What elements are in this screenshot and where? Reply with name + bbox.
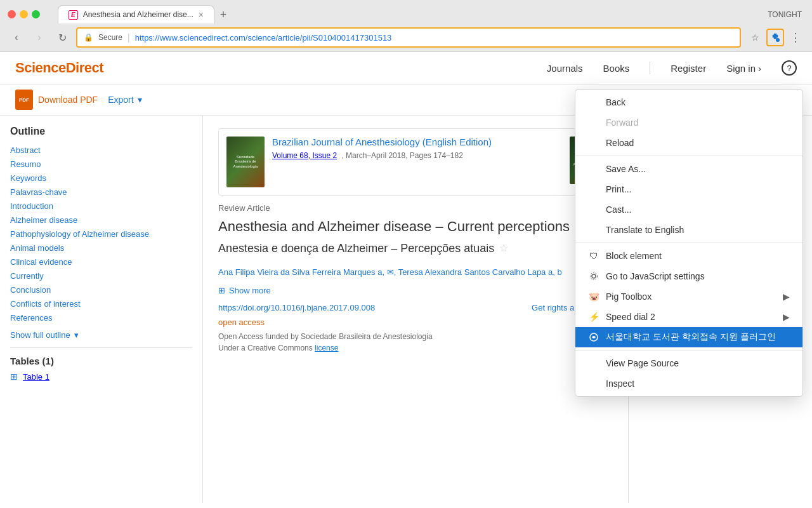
svg-point-1 bbox=[592, 274, 596, 278]
gear-icon bbox=[588, 271, 599, 282]
snu-icon bbox=[588, 331, 599, 343]
context-menu-print[interactable]: Print... bbox=[575, 179, 802, 199]
context-menu-snu-plugin[interactable]: 서울대학교 도서관 학외접속 지원 플러그인 bbox=[575, 327, 802, 347]
pig-icon: 🐷 bbox=[588, 291, 599, 302]
context-menu-forward: Forward bbox=[575, 112, 802, 133]
context-menu-view-source[interactable]: View Page Source bbox=[575, 353, 802, 373]
context-menu-save-as[interactable]: Save As... bbox=[575, 159, 802, 179]
context-menu-back[interactable]: Back bbox=[575, 92, 802, 112]
context-menu-inspect[interactable]: Inspect bbox=[575, 373, 802, 394]
bolt-icon: ⚡ bbox=[588, 311, 599, 323]
context-menu-reload[interactable]: Reload bbox=[575, 133, 802, 153]
context-menu-block-element[interactable]: 🛡 Block element bbox=[575, 246, 802, 266]
submenu-arrow-pig: ▶ bbox=[783, 291, 790, 302]
inspect-icon bbox=[588, 378, 599, 389]
context-menu-overlay: Back Forward Reload Save As... Print... … bbox=[0, 0, 812, 508]
back-icon bbox=[588, 97, 599, 108]
shield-icon: 🛡 bbox=[588, 250, 599, 262]
save-icon bbox=[588, 163, 599, 175]
context-menu-translate[interactable]: Translate to English bbox=[575, 220, 802, 240]
svg-point-2 bbox=[591, 273, 598, 280]
context-menu-speed-dial[interactable]: ⚡ Speed dial 2 ▶ bbox=[575, 307, 802, 327]
context-menu: Back Forward Reload Save As... Print... … bbox=[575, 89, 803, 397]
forward-icon bbox=[588, 117, 599, 128]
menu-separator-1 bbox=[575, 156, 802, 156]
context-menu-js-settings[interactable]: Go to JavaScript settings bbox=[575, 266, 802, 286]
context-menu-pig-toolbox[interactable]: 🐷 Pig Toolbox ▶ bbox=[575, 286, 802, 307]
reload-icon bbox=[588, 137, 599, 149]
context-menu-cast[interactable]: Cast... bbox=[575, 199, 802, 220]
translate-icon bbox=[588, 224, 599, 236]
menu-separator-3 bbox=[575, 350, 802, 351]
menu-separator-2 bbox=[575, 243, 802, 243]
cast-icon bbox=[588, 204, 599, 215]
source-icon bbox=[588, 358, 599, 369]
print-icon bbox=[588, 184, 599, 195]
submenu-arrow-speed: ▶ bbox=[783, 312, 790, 322]
